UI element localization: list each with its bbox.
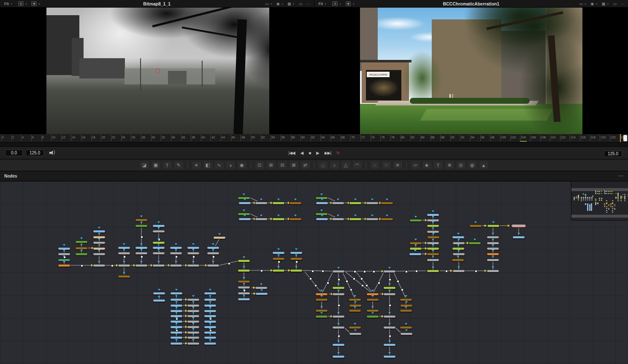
left-viewer-canvas[interactable] <box>46 8 269 134</box>
fusion-node[interactable] <box>272 251 285 254</box>
paint-tool-button[interactable]: ✎ <box>174 162 183 169</box>
timeline-ruler[interactable]: 0246810121416182022242628303234363840424… <box>0 134 628 143</box>
fusion-node[interactable] <box>427 236 440 239</box>
loader-tool-button[interactable]: ◪ <box>140 162 149 169</box>
fusion-node[interactable] <box>487 224 500 227</box>
expand-viewer[interactable]: ▭ <box>299 2 303 6</box>
fusion-node[interactable] <box>238 292 250 295</box>
fusion-node[interactable] <box>468 242 481 245</box>
fusion-node[interactable] <box>383 355 396 358</box>
fusion-node[interactable] <box>153 299 165 302</box>
fusion-node[interactable] <box>238 298 250 301</box>
fusion-node[interactable] <box>427 224 439 227</box>
pemitter-tool-button[interactable]: ∴ <box>371 162 379 169</box>
fusion-node[interactable] <box>316 218 328 221</box>
fusion-node[interactable] <box>255 218 268 221</box>
renderer3d-tool-button[interactable]: ▲ <box>479 162 488 169</box>
nodes-panel-menu[interactable]: ··· <box>618 174 624 178</box>
fusion-node[interactable] <box>366 202 379 205</box>
fusion-node[interactable] <box>512 236 525 239</box>
fusion-node[interactable] <box>383 343 396 346</box>
fusion-node[interactable] <box>135 264 148 267</box>
fusion-node[interactable] <box>289 218 302 221</box>
fusion-node[interactable] <box>349 202 362 205</box>
fusion-node[interactable] <box>409 253 422 256</box>
fusion-node[interactable] <box>400 332 413 335</box>
play-button[interactable]: ▶ <box>316 151 319 155</box>
tracker-marker[interactable] <box>155 68 160 73</box>
fusion-node[interactable] <box>349 332 362 335</box>
fusion-node[interactable] <box>332 270 345 273</box>
guides-select[interactable]: ▦∨ <box>287 2 295 6</box>
fusion-node[interactable] <box>272 202 285 205</box>
fusion-node[interactable] <box>512 224 526 227</box>
fusion-node[interactable] <box>290 257 303 260</box>
playhead[interactable] <box>620 134 621 143</box>
fusion-node[interactable] <box>383 293 396 296</box>
saver-tool-button[interactable]: ▣ <box>152 162 160 169</box>
fusion-node[interactable] <box>255 202 268 205</box>
fusion-node[interactable] <box>487 236 499 239</box>
polygon-mask-tool-button[interactable]: △ <box>341 162 350 169</box>
fusion-node[interactable] <box>75 247 88 250</box>
viewer-options-menu[interactable]: ··· <box>621 2 625 6</box>
fusion-node[interactable] <box>332 286 345 289</box>
fusion-node[interactable] <box>427 253 439 256</box>
brightnesscontrast-tool-button[interactable]: ◑ <box>226 162 235 169</box>
fusion-node[interactable] <box>238 259 250 262</box>
text-tool-button[interactable]: T <box>163 162 172 169</box>
fusion-node[interactable] <box>289 202 302 205</box>
background-tool-button[interactable]: ∗ <box>192 162 201 169</box>
fusion-node[interactable] <box>204 292 217 295</box>
fusion-node[interactable] <box>255 292 268 295</box>
fusion-node[interactable] <box>332 315 345 318</box>
fusion-node[interactable] <box>118 264 130 267</box>
text3d-tool-button[interactable]: T <box>434 162 443 169</box>
fusion-node[interactable] <box>272 269 285 272</box>
fusion-node[interactable] <box>187 298 200 301</box>
fusion-node[interactable] <box>409 219 422 222</box>
expand-viewer[interactable]: ▭ <box>613 2 617 6</box>
fusion-node[interactable] <box>487 253 499 256</box>
fusion-node[interactable] <box>238 202 251 205</box>
fusion-node[interactable] <box>272 218 285 221</box>
mattecontrol-tool-button[interactable]: ⊠ <box>290 162 298 169</box>
fusion-node[interactable] <box>213 236 226 239</box>
fastnoise-tool-button[interactable]: ◧ <box>203 162 212 169</box>
fusion-node[interactable] <box>366 315 379 318</box>
fusion-node[interactable] <box>58 253 70 256</box>
loop-button[interactable]: ↻ <box>336 151 339 155</box>
fusion-node[interactable] <box>290 269 303 272</box>
range-end-field[interactable]: 125.0 <box>26 150 44 156</box>
fusion-node[interactable] <box>452 236 465 239</box>
fusion-node[interactable] <box>135 252 148 255</box>
fusion-node[interactable] <box>400 309 412 312</box>
fusion-node[interactable] <box>93 253 106 256</box>
fusion-node[interactable] <box>381 202 393 205</box>
transform-tool-button[interactable]: ⊡ <box>255 162 264 169</box>
viewer-layout-select[interactable]: ■∨ <box>31 1 40 6</box>
fusion-node[interactable] <box>170 336 183 339</box>
fusion-node[interactable] <box>93 264 106 267</box>
fusion-node[interactable] <box>349 298 361 301</box>
fusion-node[interactable] <box>332 218 344 221</box>
fusion-node[interactable] <box>290 251 303 254</box>
fusion-node[interactable] <box>316 202 328 205</box>
fusion-node[interactable] <box>487 259 499 262</box>
colorcorrector-tool-button[interactable]: ◉ <box>238 162 246 169</box>
colorcurves-tool-button[interactable]: ∿ <box>215 162 224 169</box>
fusion-node[interactable] <box>170 342 183 345</box>
guides-select[interactable]: ▦∨ <box>602 2 609 6</box>
playhead-handle[interactable] <box>623 135 627 141</box>
stereo-select[interactable]: ▭∨ <box>265 2 272 6</box>
fusion-node[interactable] <box>315 315 328 318</box>
channel-select[interactable]: A∨ <box>18 1 27 6</box>
fusion-node[interactable] <box>153 292 165 295</box>
play-reverse-button[interactable]: ◀ <box>300 151 303 155</box>
fusion-node[interactable] <box>93 230 106 233</box>
current-frame-field[interactable]: 125.0 <box>604 151 622 157</box>
pmerge-tool-button[interactable]: ∷ <box>382 162 391 169</box>
fusion-node[interactable] <box>170 264 182 267</box>
fusion-node[interactable] <box>187 252 200 255</box>
fusion-node[interactable] <box>170 298 183 301</box>
